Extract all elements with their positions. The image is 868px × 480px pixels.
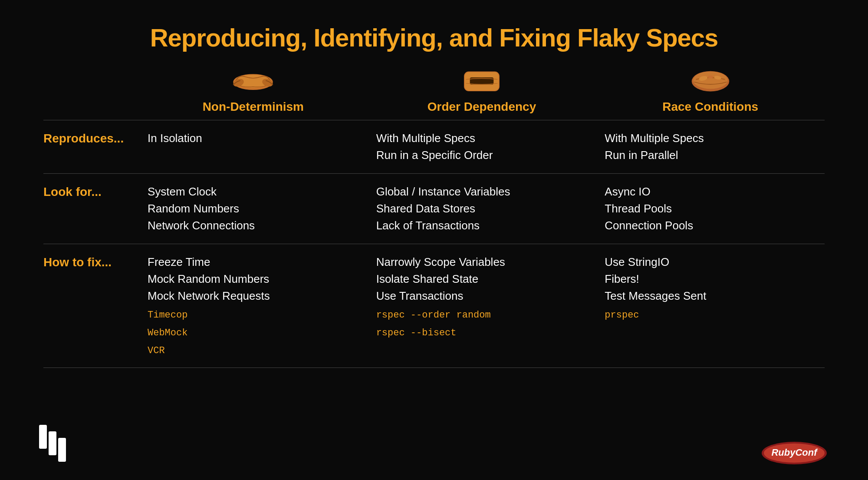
cell-lookfor-race: Async IO Thread Pools Connection Pools: [596, 183, 825, 234]
cell-text: Fibers!: [605, 271, 816, 288]
cell-text: Global / Instance Variables: [376, 183, 588, 200]
cell-text: Test Messages Sent: [605, 288, 816, 305]
svg-point-8: [693, 71, 728, 89]
category-label-race-conditions: Race Conditions: [662, 100, 758, 114]
cell-lookfor-non-det: System Clock Random Numbers Network Conn…: [139, 183, 368, 234]
header-empty-cell: [43, 65, 139, 120]
logo-bar-1: [39, 425, 47, 449]
slide-title: Reproducing, Identifying, and Fixing Fla…: [43, 23, 825, 52]
category-label-order-dependency: Order Dependency: [427, 100, 536, 114]
code-rspec-order: rspec --order random: [376, 308, 588, 322]
cell-text: Use StringIO: [605, 254, 816, 271]
cell-text: Network Connections: [148, 217, 359, 234]
cell-lookfor-order: Global / Instance Variables Shared Data …: [368, 183, 596, 234]
svg-text:RubyConf: RubyConf: [771, 447, 818, 458]
svg-point-11: [707, 75, 713, 78]
table-wrapper: Non-Determinism Order Dependency: [43, 65, 825, 457]
cell-text: Connection Pools: [605, 217, 816, 234]
cell-text: Isolate Shared State: [376, 271, 588, 288]
row-reproduces: Reproduces... In Isolation With Multiple…: [43, 120, 825, 173]
cell-reproduces-non-det: In Isolation: [139, 130, 368, 147]
croissant-icon: [231, 65, 275, 96]
logo-bar-2: [49, 431, 56, 455]
cell-reproduces-order: With Multiple Specs Run in a Specific Or…: [368, 130, 596, 164]
row-label-reproduces: Reproduces...: [43, 130, 139, 146]
pain-au-chocolat-icon: [460, 65, 503, 96]
row-label-howtofix: How to fix...: [43, 254, 139, 269]
code-vcr: VCR: [148, 344, 359, 358]
bread-roll-icon: [689, 65, 732, 96]
cell-text: System Clock: [148, 183, 359, 200]
cell-text: Thread Pools: [605, 200, 816, 217]
cell-text: Freeze Time: [148, 254, 359, 271]
cell-reproduces-race: With Multiple Specs Run in Parallel: [596, 130, 825, 164]
cell-text: With Multiple Specs: [376, 130, 588, 147]
cell-text: With Multiple Specs: [605, 130, 816, 147]
hashrocket-logo: [39, 425, 66, 462]
row-howtofix: How to fix... Freeze Time Mock Random Nu…: [43, 244, 825, 368]
cell-text: Run in Parallel: [605, 147, 816, 164]
cell-fix-order: Narrowly Scope Variables Isolate Shared …: [368, 254, 596, 340]
cell-fix-non-det: Freeze Time Mock Random Numbers Mock Net…: [139, 254, 368, 358]
cell-text: Lack of Transactions: [376, 217, 588, 234]
row-lookfor: Look for... System Clock Random Numbers …: [43, 173, 825, 244]
row-label-lookfor: Look for...: [43, 183, 139, 199]
header-race-conditions: Race Conditions: [596, 65, 825, 120]
cell-text: Run in a Specific Order: [376, 147, 588, 164]
header-non-determinism: Non-Determinism: [139, 65, 368, 120]
header-row: Non-Determinism Order Dependency: [43, 65, 825, 120]
data-rows: Reproduces... In Isolation With Multiple…: [43, 120, 825, 457]
cell-fix-race: Use StringIO Fibers! Test Messages Sent …: [596, 254, 825, 322]
code-rspec-bisect: rspec --bisect: [376, 326, 588, 340]
cell-text: Narrowly Scope Variables: [376, 254, 588, 271]
slide: Reproducing, Identifying, and Fixing Fla…: [17, 6, 851, 475]
code-timecop: Timecop: [148, 308, 359, 322]
cell-text: Async IO: [605, 183, 816, 200]
rubyconf-logo: RubyConf: [760, 440, 829, 466]
cell-text: Random Numbers: [148, 200, 359, 217]
cell-text: Use Transactions: [376, 288, 588, 305]
header-order-dependency: Order Dependency: [368, 65, 596, 120]
cell-text: Mock Network Requests: [148, 288, 359, 305]
code-webmock: WebMock: [148, 326, 359, 340]
category-label-non-determinism: Non-Determinism: [203, 100, 304, 114]
cell-text: In Isolation: [148, 130, 359, 147]
logo-bar-3: [58, 438, 66, 462]
cell-text: Shared Data Stores: [376, 200, 588, 217]
rubyconf-badge: RubyConf: [760, 440, 829, 466]
cell-text: Mock Random Numbers: [148, 271, 359, 288]
code-prspec: prspec: [605, 308, 816, 322]
